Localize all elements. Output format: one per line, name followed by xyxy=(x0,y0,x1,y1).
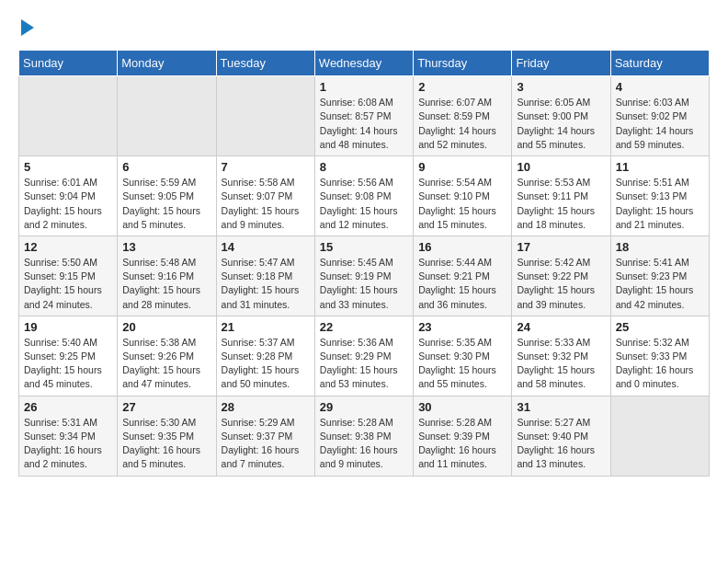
day-cell: 31Sunrise: 5:27 AM Sunset: 9:40 PM Dayli… xyxy=(512,396,610,476)
day-number: 16 xyxy=(418,240,506,254)
day-number: 5 xyxy=(24,160,112,174)
week-row-4: 19Sunrise: 5:40 AM Sunset: 9:25 PM Dayli… xyxy=(19,316,710,396)
day-info: Sunrise: 5:50 AM Sunset: 9:15 PM Dayligh… xyxy=(24,256,112,312)
day-info: Sunrise: 5:41 AM Sunset: 9:23 PM Dayligh… xyxy=(616,256,704,312)
day-number: 19 xyxy=(24,320,112,334)
day-number: 6 xyxy=(122,160,210,174)
day-number: 24 xyxy=(517,320,605,334)
day-cell: 1Sunrise: 6:08 AM Sunset: 8:57 PM Daylig… xyxy=(314,76,413,156)
day-cell: 29Sunrise: 5:28 AM Sunset: 9:38 PM Dayli… xyxy=(314,396,413,476)
day-info: Sunrise: 5:31 AM Sunset: 9:34 PM Dayligh… xyxy=(24,416,112,472)
day-info: Sunrise: 5:32 AM Sunset: 9:33 PM Dayligh… xyxy=(616,336,704,392)
day-info: Sunrise: 5:42 AM Sunset: 9:22 PM Dayligh… xyxy=(517,256,605,312)
week-row-5: 26Sunrise: 5:31 AM Sunset: 9:34 PM Dayli… xyxy=(19,396,710,476)
day-cell: 16Sunrise: 5:44 AM Sunset: 9:21 PM Dayli… xyxy=(414,236,512,316)
day-info: Sunrise: 5:56 AM Sunset: 9:08 PM Dayligh… xyxy=(320,176,408,232)
day-info: Sunrise: 6:08 AM Sunset: 8:57 PM Dayligh… xyxy=(320,96,408,152)
day-cell: 18Sunrise: 5:41 AM Sunset: 9:23 PM Dayli… xyxy=(610,236,709,316)
day-info: Sunrise: 5:33 AM Sunset: 9:32 PM Dayligh… xyxy=(517,336,605,392)
day-cell: 9Sunrise: 5:54 AM Sunset: 9:10 PM Daylig… xyxy=(414,156,512,236)
logo xyxy=(18,18,34,40)
day-cell: 23Sunrise: 5:35 AM Sunset: 9:30 PM Dayli… xyxy=(414,316,512,396)
day-number: 1 xyxy=(320,80,408,94)
day-cell: 15Sunrise: 5:45 AM Sunset: 9:19 PM Dayli… xyxy=(314,236,413,316)
day-cell: 22Sunrise: 5:36 AM Sunset: 9:29 PM Dayli… xyxy=(314,316,413,396)
day-number: 25 xyxy=(616,320,704,334)
day-cell: 14Sunrise: 5:47 AM Sunset: 9:18 PM Dayli… xyxy=(216,236,314,316)
day-cell: 8Sunrise: 5:56 AM Sunset: 9:08 PM Daylig… xyxy=(314,156,413,236)
day-info: Sunrise: 5:47 AM Sunset: 9:18 PM Dayligh… xyxy=(222,256,310,312)
calendar-table: SundayMondayTuesdayWednesdayThursdayFrid… xyxy=(18,50,710,476)
day-number: 22 xyxy=(320,320,408,334)
day-number: 12 xyxy=(24,240,112,254)
day-info: Sunrise: 5:29 AM Sunset: 9:37 PM Dayligh… xyxy=(222,416,310,472)
header-friday: Friday xyxy=(512,51,610,76)
day-info: Sunrise: 5:48 AM Sunset: 9:16 PM Dayligh… xyxy=(122,256,210,312)
day-number: 21 xyxy=(222,320,310,334)
day-info: Sunrise: 6:07 AM Sunset: 8:59 PM Dayligh… xyxy=(418,96,506,152)
day-number: 7 xyxy=(222,160,310,174)
day-cell xyxy=(19,76,118,156)
day-number: 14 xyxy=(222,240,310,254)
day-cell: 12Sunrise: 5:50 AM Sunset: 9:15 PM Dayli… xyxy=(19,236,118,316)
header-thursday: Thursday xyxy=(414,51,512,76)
day-info: Sunrise: 5:37 AM Sunset: 9:28 PM Dayligh… xyxy=(222,336,310,392)
day-cell: 27Sunrise: 5:30 AM Sunset: 9:35 PM Dayli… xyxy=(118,396,216,476)
day-info: Sunrise: 5:51 AM Sunset: 9:13 PM Dayligh… xyxy=(616,176,704,232)
day-cell: 20Sunrise: 5:38 AM Sunset: 9:26 PM Dayli… xyxy=(118,316,216,396)
day-info: Sunrise: 5:40 AM Sunset: 9:25 PM Dayligh… xyxy=(24,336,112,392)
day-info: Sunrise: 5:27 AM Sunset: 9:40 PM Dayligh… xyxy=(517,416,605,472)
day-cell: 25Sunrise: 5:32 AM Sunset: 9:33 PM Dayli… xyxy=(610,316,709,396)
day-info: Sunrise: 5:35 AM Sunset: 9:30 PM Dayligh… xyxy=(418,336,506,392)
day-number: 10 xyxy=(517,160,605,174)
header-wednesday: Wednesday xyxy=(314,51,413,76)
day-number: 15 xyxy=(320,240,408,254)
day-cell: 10Sunrise: 5:53 AM Sunset: 9:11 PM Dayli… xyxy=(512,156,610,236)
day-info: Sunrise: 6:05 AM Sunset: 9:00 PM Dayligh… xyxy=(517,96,605,152)
day-info: Sunrise: 5:45 AM Sunset: 9:19 PM Dayligh… xyxy=(320,256,408,312)
day-info: Sunrise: 5:53 AM Sunset: 9:11 PM Dayligh… xyxy=(517,176,605,232)
day-info: Sunrise: 5:30 AM Sunset: 9:35 PM Dayligh… xyxy=(122,416,210,472)
day-number: 2 xyxy=(418,80,506,94)
week-row-3: 12Sunrise: 5:50 AM Sunset: 9:15 PM Dayli… xyxy=(19,236,710,316)
day-number: 4 xyxy=(616,80,704,94)
day-cell: 6Sunrise: 5:59 AM Sunset: 9:05 PM Daylig… xyxy=(118,156,216,236)
day-cell: 26Sunrise: 5:31 AM Sunset: 9:34 PM Dayli… xyxy=(19,396,118,476)
day-number: 31 xyxy=(517,400,605,414)
day-number: 23 xyxy=(418,320,506,334)
header-row: SundayMondayTuesdayWednesdayThursdayFrid… xyxy=(19,51,710,76)
logo-arrow-icon xyxy=(21,19,34,36)
header-sunday: Sunday xyxy=(19,51,118,76)
day-cell: 19Sunrise: 5:40 AM Sunset: 9:25 PM Dayli… xyxy=(19,316,118,396)
day-cell: 21Sunrise: 5:37 AM Sunset: 9:28 PM Dayli… xyxy=(216,316,314,396)
day-cell: 3Sunrise: 6:05 AM Sunset: 9:00 PM Daylig… xyxy=(512,76,610,156)
header-saturday: Saturday xyxy=(610,51,709,76)
day-number: 26 xyxy=(24,400,112,414)
day-number: 18 xyxy=(616,240,704,254)
day-number: 20 xyxy=(122,320,210,334)
day-number: 13 xyxy=(122,240,210,254)
day-cell: 2Sunrise: 6:07 AM Sunset: 8:59 PM Daylig… xyxy=(414,76,512,156)
day-number: 11 xyxy=(616,160,704,174)
week-row-1: 1Sunrise: 6:08 AM Sunset: 8:57 PM Daylig… xyxy=(19,76,710,156)
day-number: 3 xyxy=(517,80,605,94)
day-info: Sunrise: 5:59 AM Sunset: 9:05 PM Dayligh… xyxy=(122,176,210,232)
day-number: 8 xyxy=(320,160,408,174)
day-cell: 30Sunrise: 5:28 AM Sunset: 9:39 PM Dayli… xyxy=(414,396,512,476)
day-number: 27 xyxy=(122,400,210,414)
day-cell: 28Sunrise: 5:29 AM Sunset: 9:37 PM Dayli… xyxy=(216,396,314,476)
day-info: Sunrise: 6:01 AM Sunset: 9:04 PM Dayligh… xyxy=(24,176,112,232)
day-info: Sunrise: 5:28 AM Sunset: 9:38 PM Dayligh… xyxy=(320,416,408,472)
day-cell: 24Sunrise: 5:33 AM Sunset: 9:32 PM Dayli… xyxy=(512,316,610,396)
day-number: 30 xyxy=(418,400,506,414)
day-info: Sunrise: 5:38 AM Sunset: 9:26 PM Dayligh… xyxy=(122,336,210,392)
header-monday: Monday xyxy=(118,51,216,76)
day-cell: 4Sunrise: 6:03 AM Sunset: 9:02 PM Daylig… xyxy=(610,76,709,156)
day-info: Sunrise: 5:44 AM Sunset: 9:21 PM Dayligh… xyxy=(418,256,506,312)
day-cell: 13Sunrise: 5:48 AM Sunset: 9:16 PM Dayli… xyxy=(118,236,216,316)
day-cell: 17Sunrise: 5:42 AM Sunset: 9:22 PM Dayli… xyxy=(512,236,610,316)
day-number: 9 xyxy=(418,160,506,174)
day-cell xyxy=(118,76,216,156)
day-info: Sunrise: 6:03 AM Sunset: 9:02 PM Dayligh… xyxy=(616,96,704,152)
day-info: Sunrise: 5:58 AM Sunset: 9:07 PM Dayligh… xyxy=(222,176,310,232)
